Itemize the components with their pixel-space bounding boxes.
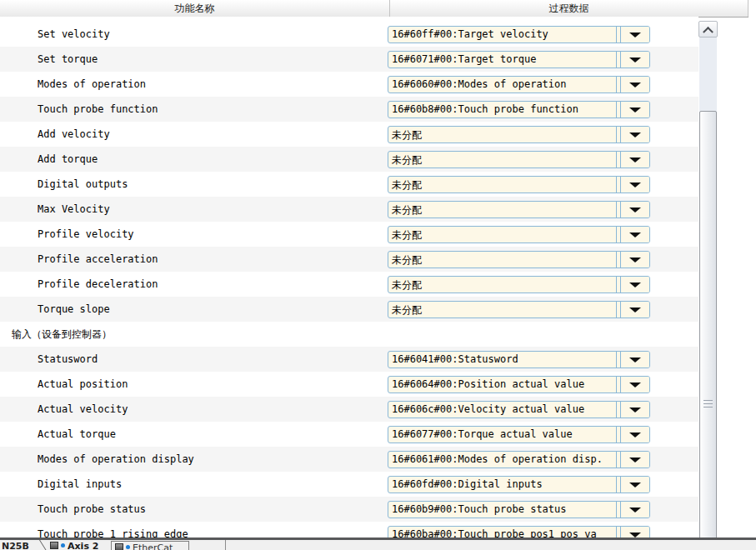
dropdown-arrow-button[interactable] <box>621 252 649 268</box>
tab-ethercat-label: EtherCat <box>133 542 173 550</box>
process-data-select[interactable]: 16#6064#00:Position actual value <box>388 376 650 393</box>
table-body: Set velocity16#60ff#00:Target velocitySe… <box>0 17 698 538</box>
tab-edge-divider <box>27 538 49 550</box>
function-name-label: Profile acceleration <box>38 247 158 272</box>
scroll-up-button[interactable] <box>698 21 718 38</box>
dropdown-arrow-button[interactable] <box>621 27 649 42</box>
pdo-mapping-row: Set torque16#6071#00:Target torque <box>0 47 698 72</box>
pdo-mapping-row: Torque slope未分配 <box>0 297 698 322</box>
process-data-value: 未分配 <box>388 252 616 268</box>
dropdown-arrow-button[interactable] <box>621 77 649 92</box>
scrollbar-thumb[interactable] <box>699 111 717 550</box>
dropdown-arrow-button[interactable] <box>621 502 649 518</box>
chevron-down-icon <box>629 32 641 38</box>
dropdown-arrow-button[interactable] <box>621 152 649 168</box>
process-data-select[interactable]: 16#60ba#00:Touch probe pos1 pos va <box>388 526 650 538</box>
process-data-value: 未分配 <box>388 302 616 318</box>
dropdown-arrow-button[interactable] <box>621 377 649 392</box>
tab-n25b[interactable]: N25B <box>2 541 29 550</box>
function-name-label: Modes of operation <box>38 72 146 97</box>
dropdown-arrow-button[interactable] <box>621 302 649 318</box>
pdo-mapping-row: Digital inputs16#60fd#00:Digital inputs <box>0 472 698 497</box>
process-data-select[interactable]: 16#60b9#00:Touch probe status <box>388 501 650 518</box>
process-data-select[interactable]: 16#6061#00:Modes of operation disp. <box>388 451 650 468</box>
process-data-value: 16#6061#00:Modes of operation disp. <box>388 452 616 468</box>
dropdown-arrow-button[interactable] <box>621 402 649 418</box>
pdo-mapping-row: Modes of operation display16#6061#00:Mod… <box>0 447 698 472</box>
function-name-label: Touch probe status <box>38 497 146 522</box>
column-header-function-name[interactable]: 功能名称 <box>0 0 390 17</box>
pdo-mapping-panel: 功能名称 过程数据 Set velocity16#60ff#00:Target … <box>0 0 756 550</box>
function-name-label: Actual torque <box>38 422 116 447</box>
process-data-select[interactable]: 未分配 <box>388 276 650 293</box>
process-data-select[interactable]: 16#60ff#00:Target velocity <box>388 26 650 43</box>
process-data-select[interactable]: 未分配 <box>388 251 650 268</box>
chevron-down-icon <box>629 282 641 288</box>
process-data-select[interactable]: 未分配 <box>388 301 650 318</box>
process-data-value: 16#6064#00:Position actual value <box>388 377 616 392</box>
tab-axis-2[interactable]: Axis 2 <box>50 541 98 550</box>
process-data-select[interactable]: 16#606c#00:Velocity actual value <box>388 401 650 418</box>
chevron-up-icon <box>703 26 713 37</box>
chevron-down-icon <box>629 182 641 188</box>
column-header-process-data[interactable]: 过程数据 <box>390 0 748 17</box>
process-data-select[interactable]: 未分配 <box>388 226 650 243</box>
function-name-label: Touch probe function <box>38 97 158 122</box>
function-name-label: Digital outputs <box>38 172 128 197</box>
chevron-down-icon <box>629 58 641 62</box>
dropdown-arrow-button[interactable] <box>621 202 649 218</box>
pdo-mapping-row: Profile acceleration未分配 <box>0 247 698 272</box>
process-data-value: 16#6077#00:Torque actual value <box>388 427 616 442</box>
dropdown-arrow-button[interactable] <box>621 352 649 368</box>
pdo-mapping-row: Profile deceleration未分配 <box>0 272 698 297</box>
dropdown-arrow-button[interactable] <box>621 52 649 68</box>
process-data-select[interactable]: 16#60b8#00:Touch probe function <box>388 101 650 118</box>
process-data-select[interactable]: 未分配 <box>388 176 650 193</box>
process-data-select[interactable]: 16#6060#00:Modes of operation <box>388 76 650 93</box>
dropdown-arrow-button[interactable] <box>621 477 649 492</box>
vertical-scrollbar[interactable] <box>698 21 718 536</box>
function-name-label: 输入（设备到控制器） <box>12 322 112 347</box>
process-data-select[interactable]: 未分配 <box>388 201 650 218</box>
process-data-select[interactable]: 未分配 <box>388 126 650 143</box>
dropdown-arrow-button[interactable] <box>621 127 649 142</box>
function-name-label: Actual position <box>38 372 128 397</box>
function-name-label: Set torque <box>38 47 98 72</box>
dropdown-arrow-button[interactable] <box>621 102 649 118</box>
table-header: 功能名称 过程数据 <box>0 0 748 18</box>
function-name-label: Digital inputs <box>38 472 122 497</box>
function-name-label: Touch probe 1 rising edge <box>38 522 188 538</box>
process-data-value: 16#6071#00:Target torque <box>388 52 616 68</box>
chevron-down-icon <box>629 208 641 212</box>
tab-ethercat[interactable]: EtherCat <box>111 541 189 550</box>
process-data-value: 未分配 <box>388 127 616 142</box>
process-data-select[interactable]: 未分配 <box>388 151 650 168</box>
pdo-mapping-row: Actual velocity16#606c#00:Velocity actua… <box>0 397 698 422</box>
pdo-mapping-row: Digital outputs未分配 <box>0 172 698 197</box>
status-dot-icon <box>126 545 130 549</box>
process-data-value: 未分配 <box>388 227 616 242</box>
process-data-value: 16#6060#00:Modes of operation <box>388 77 616 92</box>
process-data-select[interactable]: 16#6071#00:Target torque <box>388 51 650 68</box>
process-data-value: 16#60b9#00:Touch probe status <box>388 502 616 518</box>
process-data-value: 16#60fd#00:Digital inputs <box>388 477 616 492</box>
chevron-down-icon <box>629 532 641 538</box>
bottom-tab-bar: N25B Axis 2 EtherCat <box>0 538 756 550</box>
dropdown-arrow-button[interactable] <box>621 452 649 468</box>
function-name-label: Statusword <box>38 347 98 372</box>
pdo-mapping-row: Max Velocity未分配 <box>0 197 698 222</box>
process-data-select[interactable]: 16#6077#00:Torque actual value <box>388 426 650 443</box>
scrollbar-track[interactable] <box>699 38 717 536</box>
dropdown-arrow-button[interactable] <box>621 177 649 192</box>
process-data-select[interactable]: 16#60fd#00:Digital inputs <box>388 476 650 493</box>
process-data-value: 16#60b8#00:Touch probe function <box>388 102 616 118</box>
function-name-label: Profile deceleration <box>38 272 158 297</box>
dropdown-arrow-button[interactable] <box>621 227 649 242</box>
dropdown-arrow-button[interactable] <box>621 527 649 538</box>
process-data-select[interactable]: 16#6041#00:Statusword <box>388 351 650 368</box>
chevron-down-icon <box>629 108 641 112</box>
pdo-mapping-row: Touch probe function16#60b8#00:Touch pro… <box>0 97 698 122</box>
dropdown-arrow-button[interactable] <box>621 427 649 442</box>
dropdown-arrow-button[interactable] <box>621 277 649 292</box>
process-data-value: 16#6041#00:Statusword <box>388 352 616 368</box>
